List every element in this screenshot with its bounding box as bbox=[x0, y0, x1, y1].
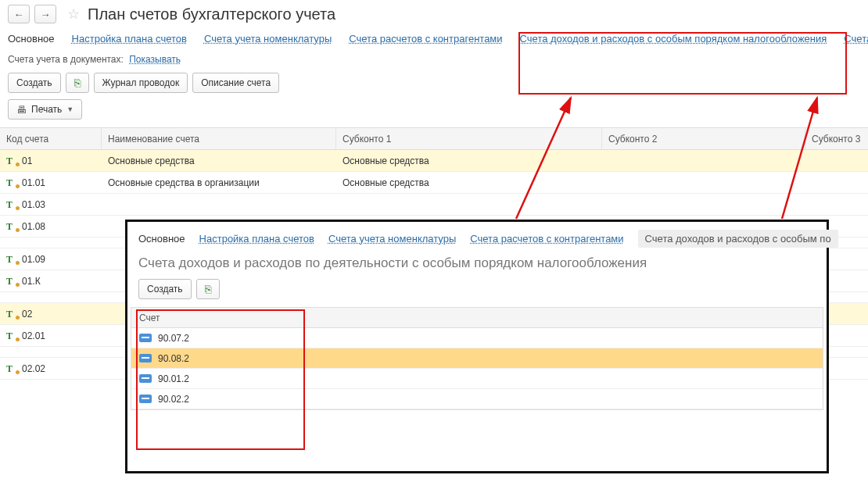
popup-tab-main[interactable]: Основное bbox=[138, 233, 185, 245]
popup-row-code: 90.02.2 bbox=[158, 394, 189, 405]
chevron-down-icon: ▼ bbox=[66, 105, 74, 113]
filter-line: Счета учета в документах: Показывать bbox=[0, 51, 868, 73]
account-icon bbox=[139, 395, 152, 403]
refresh-icon: ⎘ bbox=[74, 77, 81, 89]
table-row[interactable]: T01Основные средстваОсновные средства bbox=[0, 150, 868, 172]
popup-tabs: Основное Настройка плана счетов Счета уч… bbox=[127, 222, 827, 252]
cell-code: T01.03 bbox=[0, 199, 102, 210]
account-icon bbox=[139, 374, 152, 383]
popup-table: Счет 90.07.290.08.290.01.290.02.2 bbox=[131, 307, 823, 410]
code-text: 01.08 bbox=[22, 221, 45, 232]
popup-tab-tax-special[interactable]: Счета доходов и расходов с особым по bbox=[638, 230, 838, 248]
account-icon bbox=[139, 334, 152, 342]
code-text: 01.01 bbox=[22, 177, 45, 188]
filter-value-link[interactable]: Показывать bbox=[129, 54, 181, 65]
main-tabs: Основное Настройка плана счетов Счета уч… bbox=[0, 27, 868, 51]
account-type-icon: T bbox=[6, 331, 17, 341]
forward-button[interactable]: → bbox=[34, 5, 56, 23]
popup-row[interactable]: 90.02.2 bbox=[131, 389, 823, 409]
tab-more-accounts[interactable]: Счета bbox=[844, 33, 868, 45]
cell-sk1: Основные средства bbox=[336, 155, 602, 166]
code-text: 02 bbox=[22, 309, 32, 320]
th-subkonto2[interactable]: Субконто 2 bbox=[602, 128, 805, 149]
account-type-icon: T bbox=[6, 156, 17, 166]
tab-counterparty-accounts[interactable]: Счета расчетов с контрагентами bbox=[349, 33, 502, 45]
account-type-icon: T bbox=[6, 200, 17, 209]
popup-row[interactable]: 90.07.2 bbox=[131, 328, 823, 348]
toolbar: Создать ⎘ Журнал проводок Описание счета bbox=[0, 73, 868, 99]
popup-row-code: 90.01.2 bbox=[158, 373, 189, 384]
inner-window: Основное Настройка плана счетов Счета уч… bbox=[125, 220, 829, 473]
popup-create-button[interactable]: Создать bbox=[138, 279, 192, 299]
back-button[interactable]: ← bbox=[8, 5, 30, 23]
popup-refresh-button[interactable]: ⎘ bbox=[196, 279, 220, 299]
page-title: План счетов бухгалтерского учета bbox=[88, 5, 335, 23]
th-code[interactable]: Код счета bbox=[0, 128, 102, 149]
code-text: 01.03 bbox=[22, 199, 45, 210]
code-text: 02.01 bbox=[22, 330, 45, 341]
account-type-icon: T bbox=[6, 277, 17, 286]
popup-toolbar: Создать ⎘ bbox=[127, 279, 827, 307]
account-icon bbox=[139, 354, 152, 362]
create-button[interactable]: Создать bbox=[8, 73, 61, 93]
popup-row[interactable]: 90.01.2 bbox=[131, 369, 823, 389]
refresh-icon: ⎘ bbox=[205, 283, 211, 295]
account-type-icon: T bbox=[6, 178, 17, 188]
popup-tab-nomenclature[interactable]: Счета учета номенклатуры bbox=[328, 233, 456, 245]
table-row[interactable]: T01.01Основные средства в организацииОсн… bbox=[0, 172, 868, 194]
account-type-icon: T bbox=[6, 309, 17, 319]
favorite-star-icon[interactable]: ☆ bbox=[61, 5, 83, 23]
cell-code: T02 bbox=[0, 309, 102, 320]
cell-code: T01.К bbox=[0, 276, 102, 287]
code-text: 01.09 bbox=[22, 254, 45, 265]
code-text: 01 bbox=[22, 155, 32, 166]
cell-code: T01.01 bbox=[0, 177, 102, 188]
popup-row-code: 90.08.2 bbox=[158, 353, 189, 364]
journal-button-label: Журнал проводок bbox=[102, 77, 180, 88]
desc-button-label: Описание счета bbox=[201, 77, 271, 88]
popup-tab-plan-settings[interactable]: Настройка плана счетов bbox=[199, 233, 314, 245]
table-header: Код счета Наименование счета Субконто 1 … bbox=[0, 128, 868, 150]
popup-row[interactable]: 90.08.2 bbox=[131, 348, 823, 369]
cell-code: T02.01 bbox=[0, 330, 102, 341]
refresh-button[interactable]: ⎘ bbox=[66, 73, 89, 93]
th-subkonto3[interactable]: Субконто 3 bbox=[805, 128, 868, 149]
tab-nomenclature-accounts[interactable]: Счета учета номенклатуры bbox=[204, 33, 332, 45]
filter-label: Счета учета в документах: bbox=[8, 54, 124, 65]
account-type-icon: T bbox=[6, 364, 17, 373]
popup-create-label: Создать bbox=[147, 284, 183, 295]
print-button-label: Печать bbox=[31, 104, 62, 115]
cell-code: T02.02 bbox=[0, 363, 102, 374]
journal-button[interactable]: Журнал проводок bbox=[94, 73, 188, 93]
printer-icon: 🖶 bbox=[16, 104, 27, 116]
tab-main[interactable]: Основное bbox=[8, 33, 55, 45]
popup-th-account[interactable]: Счет bbox=[131, 308, 823, 328]
cell-code: T01 bbox=[0, 155, 102, 166]
account-type-icon: T bbox=[6, 255, 17, 264]
print-button[interactable]: 🖶 Печать ▼ bbox=[8, 99, 82, 120]
cell-code: T01.09 bbox=[0, 254, 102, 265]
toolbar-secondary: 🖶 Печать ▼ bbox=[0, 99, 868, 127]
account-description-button[interactable]: Описание счета bbox=[192, 73, 279, 93]
th-name[interactable]: Наименование счета bbox=[102, 128, 336, 149]
create-button-label: Создать bbox=[16, 77, 52, 88]
popup-table-body: 90.07.290.08.290.01.290.02.2 bbox=[131, 328, 823, 409]
cell-sk1: Основные средства bbox=[336, 177, 602, 188]
popup-row-code: 90.07.2 bbox=[158, 333, 189, 344]
cell-name: Основные средства bbox=[102, 155, 336, 166]
code-text: 02.02 bbox=[22, 363, 45, 374]
table-row[interactable]: T01.03 bbox=[0, 194, 868, 216]
account-type-icon: T bbox=[6, 222, 17, 231]
cell-code: T01.08 bbox=[0, 221, 102, 232]
th-subkonto1[interactable]: Субконто 1 bbox=[336, 128, 602, 149]
tab-plan-settings[interactable]: Настройка плана счетов bbox=[72, 33, 187, 45]
code-text: 01.К bbox=[22, 276, 41, 287]
tab-tax-special-accounts[interactable]: Счета доходов и расходов с особым порядк… bbox=[520, 33, 827, 45]
cell-name: Основные средства в организации bbox=[102, 177, 336, 188]
popup-title: Счета доходов и расходов по деятельности… bbox=[127, 252, 827, 279]
popup-tab-counterparty[interactable]: Счета расчетов с контрагентами bbox=[470, 233, 623, 245]
